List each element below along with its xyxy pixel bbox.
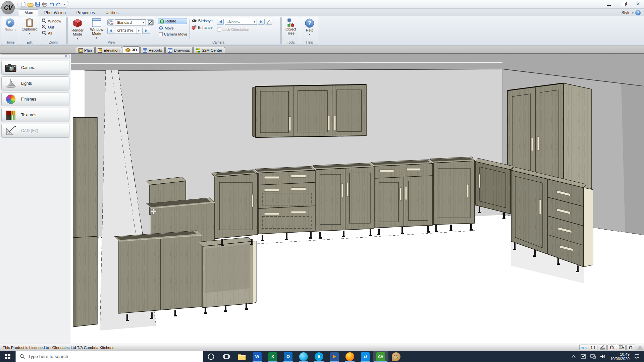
taskbar-app-excel[interactable]: X bbox=[265, 351, 280, 362]
cad-snap-button[interactable] bbox=[598, 345, 607, 350]
room-select[interactable]: KITCHEN bbox=[115, 28, 141, 34]
snap-magnet-button[interactable] bbox=[607, 345, 616, 350]
chevron-down-icon bbox=[252, 19, 257, 24]
undo-icon[interactable] bbox=[49, 2, 54, 7]
birdseye-button[interactable]: Birdseye bbox=[192, 19, 213, 23]
sidebar-item-textures[interactable]: Textures bbox=[1, 108, 69, 122]
group-edit: Clipboard Edit bbox=[20, 17, 39, 45]
return-button[interactable]: Return bbox=[4, 18, 15, 32]
zoom-out-button[interactable]: Out bbox=[42, 24, 61, 29]
sidebar-item-finishes[interactable]: Finishes bbox=[1, 92, 69, 106]
render-mode-button[interactable]: Render Mode bbox=[69, 18, 86, 41]
tab-utilities[interactable]: Utilities bbox=[100, 10, 124, 16]
move-button[interactable]: Move bbox=[158, 26, 187, 31]
tray-volume-icon[interactable] bbox=[599, 354, 606, 359]
camera-move-checkbox[interactable]: Camera Move bbox=[158, 32, 187, 36]
tray-network-icon[interactable] bbox=[589, 354, 597, 359]
restore-button[interactable] bbox=[621, 1, 627, 7]
taskbar-clock[interactable]: 10:49 10/03/2020 bbox=[609, 352, 631, 361]
lock-orientation-checkbox[interactable]: Lock Orientation bbox=[217, 27, 272, 32]
view-tab-drawings[interactable]: Drawings bbox=[165, 47, 193, 53]
view-tab-s2m-center[interactable]: S2M Center bbox=[193, 47, 225, 53]
qat-customize-icon[interactable]: ▾ bbox=[64, 2, 65, 6]
new-file-icon[interactable] bbox=[21, 2, 26, 7]
group-tools: Object Tree Tools bbox=[281, 17, 300, 45]
tab-photovision[interactable]: PhotoVision bbox=[39, 10, 71, 16]
scale-indicator[interactable]: 1.1 bbox=[589, 345, 597, 350]
tray-chevron-up-icon[interactable] bbox=[570, 355, 577, 358]
object-tree-button[interactable]: Object Tree bbox=[283, 18, 299, 35]
view-style-icon-button[interactable] bbox=[107, 19, 114, 25]
minimize-button[interactable] bbox=[606, 1, 612, 7]
ribbon-tab-bar: Main PhotoVision Properties Utilities St… bbox=[0, 9, 644, 16]
quick-access-toolbar: ▾ bbox=[17, 1, 69, 8]
taskbar-app-skype[interactable]: S bbox=[311, 351, 327, 362]
taskbar-app-cabinet-vision[interactable]: CV bbox=[373, 351, 388, 362]
taskbar-search-input[interactable]: Type here to search bbox=[15, 351, 203, 362]
kitchen-3d-view[interactable] bbox=[71, 54, 644, 344]
taskbar-app-teamviewer[interactable]: ⇄ bbox=[358, 351, 373, 362]
tab-properties[interactable]: Properties bbox=[71, 10, 100, 16]
arrow-left-icon bbox=[218, 20, 222, 23]
titlebar: CV ▾ bbox=[0, 0, 644, 9]
style-help-icon[interactable]: ? bbox=[635, 10, 641, 15]
group-help: ? Help Help bbox=[301, 17, 318, 45]
outlook-icon: O bbox=[284, 352, 292, 361]
room-prev-button[interactable] bbox=[107, 28, 114, 34]
taskbar-app-paint-palette[interactable] bbox=[388, 351, 404, 362]
view-tab-reports[interactable]: Reports bbox=[140, 47, 165, 53]
view-tab-3d[interactable]: 3D bbox=[123, 46, 140, 53]
tray-mail-icon[interactable] bbox=[580, 354, 587, 359]
task-view-button[interactable] bbox=[219, 351, 234, 362]
rotate-button[interactable]: Rotate bbox=[158, 18, 187, 24]
tab-main[interactable]: Main bbox=[19, 9, 39, 16]
taskbar-app-edge[interactable] bbox=[296, 351, 311, 362]
sidebar-grip[interactable]: ⣿ bbox=[1, 54, 70, 59]
taskbar-app-cortana[interactable] bbox=[203, 351, 219, 362]
grid-snap-button[interactable] bbox=[617, 345, 626, 350]
orientation-next-button[interactable] bbox=[258, 19, 265, 25]
zoom-window-button[interactable]: Window bbox=[42, 18, 61, 23]
endpoint-snap-button[interactable] bbox=[626, 345, 635, 350]
room-next-button[interactable] bbox=[142, 28, 150, 34]
rotate-icon bbox=[159, 19, 164, 23]
firefox-icon bbox=[345, 352, 354, 361]
help-button[interactable]: ? Help bbox=[305, 18, 315, 37]
sidebar-item-cad[interactable]: CAD (F7) bbox=[1, 124, 69, 138]
app-logo[interactable]: CV bbox=[1, 1, 15, 14]
print-icon[interactable] bbox=[42, 2, 47, 7]
dimension-settings-button[interactable] bbox=[147, 19, 154, 25]
view-tab-elevation[interactable]: Elevation bbox=[95, 47, 122, 53]
save-icon[interactable] bbox=[35, 2, 40, 7]
redo-icon[interactable] bbox=[56, 2, 61, 7]
enhance-button[interactable]: Enhance bbox=[192, 25, 213, 30]
orientation-prev-button[interactable] bbox=[217, 19, 224, 25]
sidebar: ⣿ Camera Lights Finishes bbox=[0, 54, 71, 344]
resize-grip[interactable] bbox=[637, 345, 643, 350]
cabinet-vision-icon: CV bbox=[376, 352, 385, 361]
action-center-icon[interactable] bbox=[633, 354, 641, 359]
taskbar-app-word[interactable]: W bbox=[250, 351, 265, 362]
search-icon bbox=[20, 354, 25, 359]
taskbar-app-movies-tv[interactable] bbox=[327, 351, 342, 362]
clipboard-button[interactable]: Clipboard bbox=[21, 18, 37, 36]
view-style-select[interactable]: Standard bbox=[115, 19, 146, 25]
sidebar-item-lights[interactable]: Lights bbox=[1, 76, 69, 90]
taskbar-app-outlook[interactable]: O bbox=[280, 351, 296, 362]
sidebar-item-camera[interactable]: Camera bbox=[1, 61, 69, 75]
zoom-all-button[interactable]: All bbox=[42, 31, 61, 36]
close-button[interactable] bbox=[635, 1, 641, 7]
units-indicator[interactable]: mm bbox=[579, 345, 588, 350]
style-selector[interactable]: Style ? bbox=[622, 10, 641, 15]
window-controls bbox=[606, 0, 641, 8]
taskbar-app-firefox[interactable] bbox=[342, 351, 358, 362]
orientation-select[interactable]: --None-- bbox=[225, 19, 257, 25]
view-tab-plan[interactable]: Plan bbox=[76, 47, 95, 53]
cube-3d-icon bbox=[125, 48, 130, 52]
taskbar-app-file-explorer[interactable] bbox=[234, 351, 250, 362]
start-button[interactable] bbox=[0, 351, 15, 362]
tall-end-panel bbox=[73, 117, 97, 327]
open-folder-icon[interactable] bbox=[28, 2, 34, 7]
window-mode-button[interactable]: Window Mode bbox=[88, 18, 105, 40]
orientation-edit-button[interactable] bbox=[266, 19, 272, 25]
